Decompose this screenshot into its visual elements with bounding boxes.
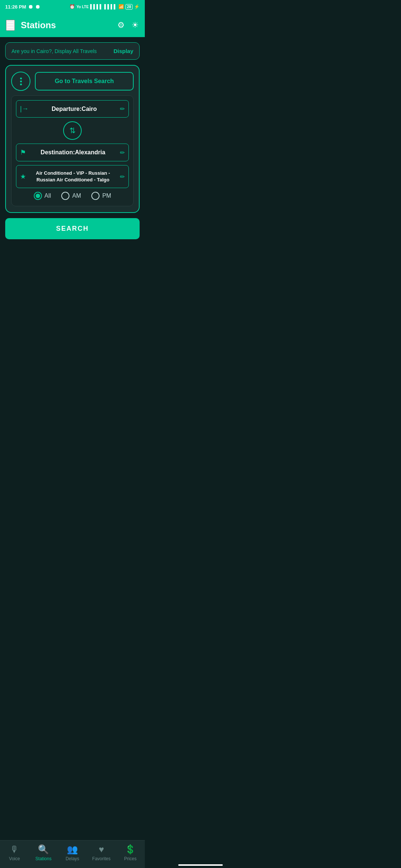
battery-indicator: 28 bbox=[125, 4, 133, 10]
travels-row: Go to Travels Search bbox=[11, 72, 134, 91]
three-dots-icon bbox=[20, 78, 22, 85]
train-type-edit-icon[interactable]: ✏ bbox=[120, 173, 125, 180]
radio-am-circle bbox=[61, 192, 69, 200]
swap-button[interactable]: ⇅ bbox=[63, 121, 82, 140]
display-button[interactable]: Display bbox=[114, 48, 133, 54]
search-button[interactable]: SEARCH bbox=[5, 218, 140, 239]
go-to-travels-button[interactable]: Go to Travels Search bbox=[35, 72, 134, 91]
filter-am[interactable]: AM bbox=[61, 192, 81, 200]
filter-pm-label: PM bbox=[102, 193, 111, 199]
status-bar: 11:26 PM ⏺ ⏺ ⏰ Yo LTE ▌▌▌▌ ▌▌▌▌ 📶 28 ⚡ bbox=[0, 0, 145, 13]
location-banner: Are you in Cairo?, Display All Travels D… bbox=[5, 42, 140, 60]
settings-icon[interactable]: ⚙ bbox=[117, 20, 125, 30]
radio-all-circle bbox=[34, 192, 42, 200]
signal2-icon: ▌▌▌▌ bbox=[104, 4, 117, 9]
radio-pm-circle bbox=[91, 192, 100, 200]
destination-field[interactable]: ⚑ Destination:Alexandria ✏ bbox=[16, 144, 129, 161]
train-type-text: Air Conditioned - VIP - Russian - Russia… bbox=[29, 170, 117, 183]
page-title: Stations bbox=[21, 20, 56, 30]
lte-icon: Yo LTE bbox=[76, 5, 89, 9]
train-type-field[interactable]: ★ Air Conditioned - VIP - Russian - Russ… bbox=[16, 165, 129, 188]
empty-space bbox=[5, 244, 140, 319]
status-p1-icon: ⏺ bbox=[28, 4, 33, 10]
alarm-icon: ⏰ bbox=[69, 4, 75, 9]
status-time: 11:26 PM ⏺ ⏺ bbox=[5, 4, 40, 10]
filter-all-label: All bbox=[45, 193, 51, 199]
status-icons: ⏰ Yo LTE ▌▌▌▌ ▌▌▌▌ 📶 28 ⚡ bbox=[69, 4, 140, 10]
time-filter-group: All AM PM bbox=[16, 188, 129, 201]
destination-text: Destination:Alexandria bbox=[29, 149, 117, 156]
departure-text: Departure:Cairo bbox=[32, 106, 117, 112]
menu-button[interactable]: ☰ bbox=[6, 20, 15, 31]
status-p2-icon: ⏺ bbox=[35, 4, 40, 10]
filter-pm[interactable]: PM bbox=[91, 192, 111, 200]
more-options-button[interactable] bbox=[11, 72, 30, 91]
fields-container: |→ Departure:Cairo ✏ ⇅ ⚑ Destination:Ale… bbox=[11, 95, 134, 206]
banner-text: Are you in Cairo?, Display All Travels bbox=[12, 48, 97, 54]
destination-icon: ⚑ bbox=[20, 148, 26, 157]
theme-icon[interactable]: ☀ bbox=[131, 20, 139, 30]
destination-edit-icon[interactable]: ✏ bbox=[120, 149, 125, 156]
departure-icon: |→ bbox=[20, 105, 29, 113]
app-bar: ☰ Stations ⚙ ☀ bbox=[0, 13, 145, 37]
radio-all-inner bbox=[36, 194, 40, 198]
charging-icon: ⚡ bbox=[134, 4, 140, 9]
train-type-icon: ★ bbox=[20, 172, 26, 181]
departure-field[interactable]: |→ Departure:Cairo ✏ bbox=[16, 100, 129, 118]
wifi-icon: 📶 bbox=[118, 4, 124, 9]
swap-container: ⇅ bbox=[16, 118, 129, 144]
filter-am-label: AM bbox=[72, 193, 81, 199]
signal1-icon: ▌▌▌▌ bbox=[90, 4, 103, 9]
departure-edit-icon[interactable]: ✏ bbox=[120, 105, 125, 112]
main-content: Are you in Cairo?, Display All Travels D… bbox=[0, 37, 145, 324]
filter-all[interactable]: All bbox=[34, 192, 51, 200]
search-card: Go to Travels Search |→ Departure:Cairo … bbox=[5, 65, 140, 213]
swap-icon: ⇅ bbox=[69, 126, 76, 135]
